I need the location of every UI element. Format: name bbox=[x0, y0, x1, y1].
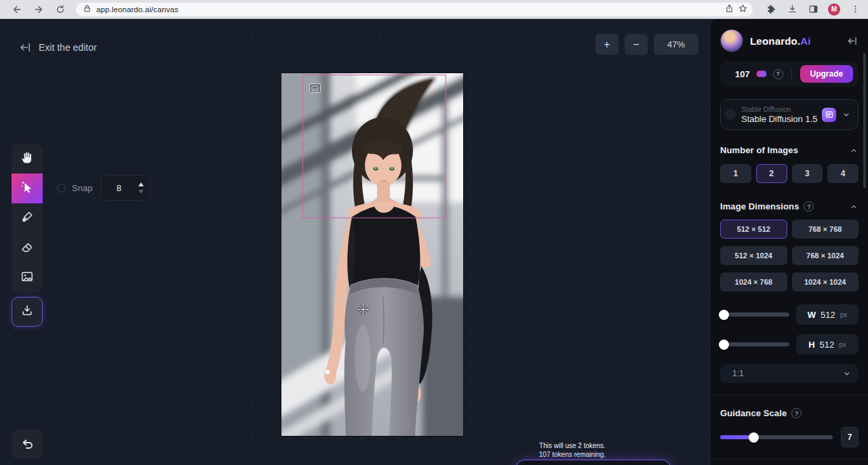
tool-palette bbox=[12, 144, 43, 293]
height-slider-handle[interactable] bbox=[719, 340, 729, 350]
number-of-images-title: Number of Images bbox=[720, 145, 798, 155]
eraser-icon bbox=[20, 240, 34, 256]
download-tool-button[interactable] bbox=[12, 297, 43, 327]
url-text: app.leonardo.ai/canvas bbox=[96, 5, 178, 14]
width-slider[interactable] bbox=[720, 312, 789, 317]
dimension-option-768x1024[interactable]: 768 × 1024 bbox=[792, 246, 859, 265]
guidance-scale-value[interactable]: 7 bbox=[841, 427, 859, 447]
canvas-workspace[interactable]: Exit the editor + − 47% bbox=[0, 19, 711, 465]
count-option-2[interactable]: 2 bbox=[756, 164, 787, 183]
bookmark-star-icon[interactable] bbox=[738, 3, 747, 16]
dimension-option-768x768[interactable]: 768 × 768 bbox=[792, 220, 859, 239]
snap-decrement-icon[interactable] bbox=[138, 190, 144, 194]
browser-menu-icon[interactable] bbox=[849, 3, 861, 16]
snap-steppers bbox=[136, 182, 150, 194]
collapse-sidebar-icon[interactable] bbox=[845, 34, 859, 47]
number-of-images-collapse-icon[interactable] bbox=[849, 146, 859, 155]
address-bar[interactable]: app.leonardo.ai/canvas bbox=[76, 3, 753, 16]
select-tool-button[interactable] bbox=[12, 174, 43, 203]
width-slider-handle[interactable] bbox=[719, 310, 729, 320]
width-value: 512 bbox=[821, 310, 835, 320]
browser-actions: M bbox=[765, 3, 861, 16]
browser-back-icon[interactable] bbox=[11, 3, 23, 16]
selection-overlay[interactable] bbox=[302, 75, 446, 218]
dimension-option-1024x768[interactable]: 1024 × 768 bbox=[720, 272, 787, 291]
pan-tool-button[interactable] bbox=[12, 144, 43, 174]
token-bar-divider bbox=[791, 68, 792, 80]
number-of-images-header: Number of Images bbox=[720, 145, 859, 155]
height-value-box[interactable]: H 512 px bbox=[796, 334, 859, 355]
browser-chrome: app.leonardo.ai/canvas M bbox=[0, 0, 868, 19]
upgrade-button[interactable]: Upgrade bbox=[800, 65, 853, 83]
guidance-scale-title: Guidance Scale bbox=[720, 408, 787, 418]
width-unit: px bbox=[840, 311, 848, 319]
guidance-scale-help-icon[interactable]: ? bbox=[791, 408, 802, 418]
sketch-tool-button[interactable] bbox=[12, 203, 43, 233]
side-panel-icon[interactable] bbox=[807, 3, 819, 16]
erase-tool-button[interactable] bbox=[12, 233, 43, 263]
zoom-out-button[interactable]: − bbox=[625, 34, 648, 55]
zoom-in-button[interactable]: + bbox=[595, 34, 618, 55]
generation-settings-sidebar: Leonardo.Ai 107 ? Upgrade Stable Diffusi… bbox=[711, 19, 868, 465]
model-name: Stable Diffusion 1.5 bbox=[741, 114, 816, 124]
sidebar-scrollbar[interactable] bbox=[863, 53, 866, 188]
downloads-icon[interactable] bbox=[786, 3, 798, 16]
image-dimensions-collapse-icon[interactable] bbox=[849, 202, 859, 211]
height-slider[interactable] bbox=[720, 342, 789, 346]
aspect-ratio-select[interactable]: 1:1 bbox=[720, 364, 859, 383]
exit-arrow-icon bbox=[19, 42, 31, 53]
snap-value-input[interactable]: 8 bbox=[100, 175, 151, 201]
dimension-option-512x512[interactable]: 512 × 512 bbox=[720, 220, 787, 239]
token-note-line1: This will use 2 tokens. bbox=[514, 441, 631, 450]
extensions-puzzle-icon[interactable] bbox=[765, 3, 777, 16]
undo-button[interactable] bbox=[12, 429, 43, 459]
aspect-ratio-value: 1:1 bbox=[732, 369, 842, 378]
guidance-scale-header: Guidance Scale ? bbox=[720, 408, 859, 418]
paintbrush-icon bbox=[20, 210, 34, 226]
prompt-bar[interactable] bbox=[515, 460, 671, 465]
browser-profile-avatar[interactable]: M bbox=[828, 3, 840, 16]
guidance-scale-handle[interactable] bbox=[749, 432, 759, 443]
browser-reload-icon[interactable] bbox=[54, 3, 66, 16]
token-count: 107 bbox=[735, 69, 750, 79]
leonardo-logo-avatar[interactable] bbox=[720, 29, 743, 52]
dimension-option-512x1024[interactable]: 512 × 1024 bbox=[720, 246, 787, 265]
browser-forward-icon[interactable] bbox=[33, 3, 45, 16]
height-value: 512 bbox=[820, 340, 835, 350]
image-tool-button[interactable] bbox=[12, 263, 43, 293]
lock-icon bbox=[83, 3, 92, 16]
zoom-controls: + − 47% bbox=[595, 34, 698, 55]
selection-image-badge bbox=[309, 83, 321, 93]
token-help-icon[interactable]: ? bbox=[773, 69, 783, 79]
dimension-option-1024x1024[interactable]: 1024 × 1024 bbox=[792, 272, 859, 291]
guidance-scale-row: 7 bbox=[720, 427, 859, 447]
section-divider bbox=[711, 395, 868, 395]
number-of-images-options: 1 2 3 4 bbox=[720, 164, 859, 183]
width-value-box[interactable]: W 512 px bbox=[796, 304, 859, 325]
share-icon[interactable] bbox=[725, 3, 734, 16]
model-thumbnail bbox=[725, 109, 736, 120]
model-selector[interactable]: Stable Diffusion Stable Diffusion 1.5 bbox=[720, 99, 859, 130]
snap-toggle-icon[interactable] bbox=[57, 184, 66, 193]
token-bar: 107 ? Upgrade bbox=[720, 61, 859, 87]
guidance-scale-slider[interactable] bbox=[720, 435, 833, 439]
snap-label: Snap bbox=[72, 183, 92, 193]
leonardo-canvas-app: app.leonardo.ai/canvas M bbox=[0, 0, 868, 465]
image-dimensions-help-icon[interactable]: ? bbox=[804, 201, 814, 211]
image-dimensions-header: Image Dimensions ? bbox=[720, 201, 859, 211]
model-badge-icon bbox=[822, 108, 836, 122]
exit-editor-button[interactable]: Exit the editor bbox=[19, 42, 97, 53]
height-slider-row: H 512 px bbox=[720, 334, 859, 355]
aspect-ratio-chevron-icon bbox=[842, 369, 852, 378]
width-label: W bbox=[808, 310, 816, 320]
snap-increment-icon[interactable] bbox=[138, 182, 144, 186]
width-slider-row: W 512 px bbox=[720, 304, 859, 325]
height-label: H bbox=[808, 340, 814, 350]
token-usage-note: This will use 2 tokens. 107 tokens remai… bbox=[514, 441, 631, 459]
count-option-1[interactable]: 1 bbox=[720, 164, 751, 183]
count-option-3[interactable]: 3 bbox=[792, 164, 823, 183]
zoom-level-display[interactable]: 47% bbox=[654, 34, 698, 55]
count-option-4[interactable]: 4 bbox=[827, 164, 859, 183]
brand-title: Leonardo.Ai bbox=[750, 35, 838, 47]
undo-icon bbox=[20, 437, 34, 451]
